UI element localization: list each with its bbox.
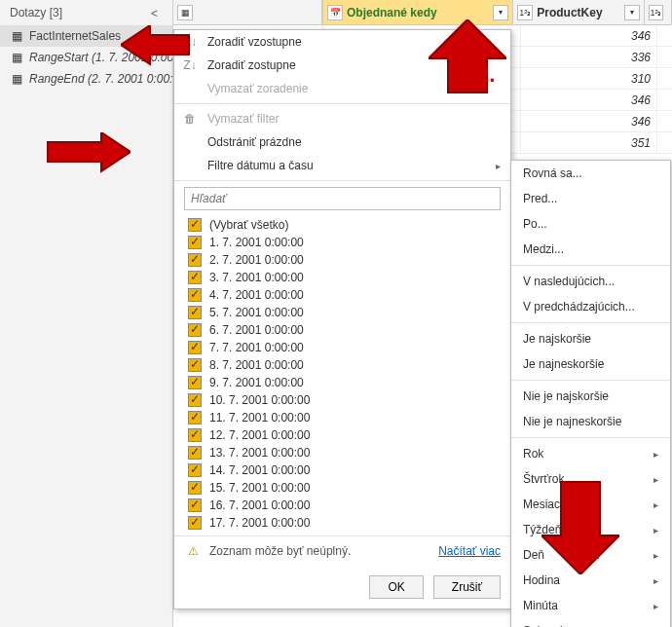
submenu-item[interactable]: Po... [511, 211, 670, 237]
filter-value-label: 11. 7. 2001 0:00:00 [209, 411, 310, 424]
submenu-item[interactable]: Hodina▸ [511, 568, 670, 593]
filter-checkbox[interactable] [188, 271, 202, 284]
filter-checkbox[interactable] [188, 306, 202, 319]
submenu-label: Hodina [523, 573, 560, 587]
filter-checkbox[interactable] [188, 428, 202, 442]
filter-checkbox[interactable] [188, 288, 202, 302]
submenu-label: V predchádzajúcich... [523, 300, 635, 314]
filter-checkbox[interactable] [188, 218, 202, 232]
table-icon[interactable]: ▦ [177, 5, 193, 20]
submenu-arrow-icon: ▸ [653, 499, 658, 510]
submenu-item[interactable]: Nie je najneskoršie [511, 409, 670, 434]
filter-value-row[interactable]: 5. 7. 2001 0:00:00 [184, 304, 501, 321]
number-type-icon[interactable]: 1²₃ [517, 5, 533, 20]
filter-value-row[interactable]: 17. 7. 2001 0:00:00 [184, 514, 501, 532]
rowheader-spacer: ▦ [173, 0, 323, 24]
filter-value-row[interactable]: 16. 7. 2001 0:00:00 [184, 497, 501, 514]
submenu-item[interactable]: Je najskoršie [511, 326, 670, 351]
filter-value-row[interactable]: 10. 7. 2001 0:00:00 [184, 391, 501, 409]
filter-checkbox[interactable] [188, 341, 202, 354]
number-type-icon[interactable]: 1²₃ [649, 5, 663, 20]
submenu-item[interactable]: Je najneskoršie [511, 351, 670, 377]
column-dropdown-button[interactable]: ▾ [624, 5, 640, 20]
query-item[interactable]: ▦FactInternetSales [0, 25, 172, 47]
submenu-item[interactable]: Rovná sa... [511, 161, 670, 186]
search-input[interactable] [184, 187, 501, 210]
filter-value-row[interactable]: (Vybrať všetko) [184, 216, 501, 234]
submenu-item[interactable]: V predchádzajúcich... [511, 294, 670, 319]
annotation-2: 2. [477, 62, 495, 88]
label: Odstrániť prázdne [207, 135, 302, 149]
filter-checkbox[interactable] [188, 358, 202, 372]
ok-button[interactable]: OK [369, 575, 423, 599]
filter-checkbox[interactable] [188, 411, 202, 424]
filter-value-row[interactable]: 9. 7. 2001 0:00:00 [184, 374, 501, 391]
filter-checkbox[interactable] [188, 481, 202, 495]
filter-value-label: 14. 7. 2001 0:00:00 [209, 463, 310, 477]
load-more-link[interactable]: Načítať viac [438, 544, 501, 558]
column-dropdown-button[interactable]: ▾ [493, 5, 508, 20]
submenu-item[interactable]: Medzi... [511, 237, 670, 262]
query-item[interactable]: ▦RangeEnd (2. 7. 2001 0:00:00) [0, 68, 172, 90]
filter-value-label: 5. 7. 2001 0:00:00 [209, 306, 304, 319]
filter-checkbox[interactable] [188, 446, 202, 460]
label: Vymazať zoradenie [207, 82, 308, 95]
filter-value-row[interactable]: 12. 7. 2001 0:00:00 [184, 426, 501, 444]
filter-checkbox[interactable] [188, 516, 202, 530]
filter-value-row[interactable]: 7. 7. 2001 0:00:00 [184, 339, 501, 356]
cancel-button[interactable]: Zrušiť [433, 575, 501, 599]
submenu-label: Deň [523, 548, 544, 562]
submenu-label: Týždeň [523, 523, 561, 536]
datetime-type-icon[interactable]: 📅 [327, 5, 343, 20]
submenu-item[interactable]: Pred... [511, 186, 670, 211]
filter-value-label: 8. 7. 2001 0:00:00 [209, 358, 304, 372]
column-filter-dropdown: A↓ Zoradiť vzostupne Z↓ Zoradiť zostupne… [173, 29, 511, 609]
collapse-icon[interactable]: < [151, 7, 163, 18]
filter-checkbox[interactable] [188, 253, 202, 267]
filter-value-row[interactable]: 6. 7. 2001 0:00:00 [184, 321, 501, 339]
sort-ascending[interactable]: A↓ Zoradiť vzostupne [174, 30, 510, 54]
submenu-item[interactable]: Sekunda▸ [511, 618, 670, 627]
column-header-objednane[interactable]: 📅 Objednané kedy ▾ [323, 0, 513, 24]
filter-value-row[interactable]: 3. 7. 2001 0:00:00 [184, 269, 501, 286]
filter-value-row[interactable]: 15. 7. 2001 0:00:00 [184, 479, 501, 497]
sort-descending[interactable]: Z↓ Zoradiť zostupne [174, 54, 510, 77]
submenu-item[interactable]: V nasledujúcich... [511, 269, 670, 294]
filter-checkbox[interactable] [188, 498, 202, 512]
filter-value-label: 13. 7. 2001 0:00:00 [209, 446, 310, 460]
sidebar-header: Dotazy [3] < [0, 0, 172, 25]
column-header-productkey[interactable]: 1²₃ ProductKey ▾ [513, 0, 645, 24]
filter-search [184, 187, 501, 210]
submenu-label: Štvrťrok [523, 472, 565, 486]
submenu-item[interactable]: Nie je najskoršie [511, 384, 670, 409]
filter-value-label: 7. 7. 2001 0:00:00 [209, 341, 304, 354]
submenu-arrow-icon: ▸ [653, 474, 658, 485]
query-item[interactable]: ▦RangeStart (1. 7. 2001 0:00:00) [0, 47, 172, 68]
column-header-partial[interactable]: 1²₃ [645, 0, 672, 24]
separator [511, 380, 670, 381]
filter-checkbox[interactable] [188, 376, 202, 389]
filter-checkbox[interactable] [188, 236, 202, 249]
submenu-item[interactable]: Mesiac▸ [511, 492, 670, 517]
filter-checkbox[interactable] [188, 393, 202, 407]
filter-value-row[interactable]: 11. 7. 2001 0:00:00 [184, 409, 501, 426]
submenu-label: Rok [523, 447, 543, 461]
filter-values-list[interactable]: (Vybrať všetko)1. 7. 2001 0:00:002. 7. 2… [184, 216, 501, 532]
table-icon: ▦ [10, 29, 23, 43]
filter-value-row[interactable]: 13. 7. 2001 0:00:00 [184, 444, 501, 461]
filter-value-row[interactable]: 14. 7. 2001 0:00:00 [184, 461, 501, 479]
submenu-item[interactable]: Minúta▸ [511, 593, 670, 618]
submenu-label: Je najskoršie [523, 332, 591, 346]
filter-value-row[interactable]: 2. 7. 2001 0:00:00 [184, 251, 501, 269]
filter-value-row[interactable]: 1. 7. 2001 0:00:00 [184, 234, 501, 251]
submenu-item[interactable]: Rok▸ [511, 441, 670, 466]
date-time-filters[interactable]: Filtre dátumu a času ▸ [174, 154, 510, 177]
clear-filter-icon: 🗑 [182, 111, 198, 127]
remove-empty[interactable]: Odstrániť prázdne [174, 130, 510, 154]
filter-checkbox[interactable] [188, 323, 202, 337]
filter-value-row[interactable]: 4. 7. 2001 0:00:00 [184, 286, 501, 304]
filter-checkbox[interactable] [188, 463, 202, 477]
filter-value-row[interactable]: 8. 7. 2001 0:00:00 [184, 356, 501, 374]
submenu-item[interactable]: Štvrťrok▸ [511, 466, 670, 492]
label: Zoradiť vzostupne [207, 35, 302, 49]
